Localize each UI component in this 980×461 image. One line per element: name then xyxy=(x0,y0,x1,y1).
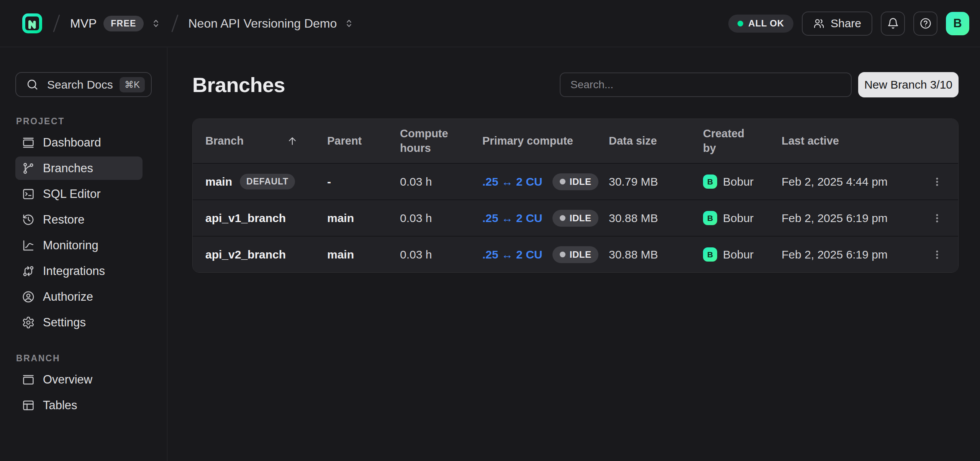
branch-name: api_v2_branch xyxy=(205,248,286,261)
branches-table: Branch Parent Compute hours Primary comp… xyxy=(192,119,959,273)
compute-state-badge: IDLE xyxy=(552,246,599,263)
compute-state-badge: IDLE xyxy=(552,173,599,190)
table-row[interactable]: api_v1_branch main 0.03 h .25 ↔ 2 CU IDL… xyxy=(193,199,958,236)
kebab-menu-icon xyxy=(931,176,943,188)
created-by-cell: B Bobur xyxy=(703,247,782,262)
sidebar-item-label: Overview xyxy=(43,373,92,387)
branch-name: api_v1_branch xyxy=(205,212,286,225)
sidebar-item-label: Monitoring xyxy=(43,239,98,252)
row-menu-button[interactable] xyxy=(929,210,946,227)
table-header-last-active: Last active xyxy=(782,134,929,148)
data-size-cell: 30.88 MB xyxy=(609,248,703,261)
idle-dot-icon xyxy=(560,179,565,184)
branch-cell: api_v2_branch xyxy=(205,248,327,261)
branch-name: main xyxy=(205,175,232,188)
user-avatar[interactable]: B xyxy=(946,12,969,35)
monitoring-icon xyxy=(22,239,35,252)
compute-state-badge: IDLE xyxy=(552,210,599,227)
status-dot-icon xyxy=(737,21,743,26)
sidebar-item-integrations[interactable]: Integrations xyxy=(15,259,143,283)
restore-icon xyxy=(22,213,35,226)
search-icon xyxy=(26,78,39,91)
compute-hours-cell: 0.03 h xyxy=(400,212,482,225)
branch-cell: main DEFAULT xyxy=(205,174,327,189)
docs-search-button[interactable]: Search Docs ⌘K xyxy=(15,72,152,97)
sidebar-item-label: Tables xyxy=(43,398,77,412)
notifications-button[interactable] xyxy=(881,12,905,36)
tables-icon xyxy=(22,399,35,412)
share-label: Share xyxy=(831,17,861,30)
status-label: ALL OK xyxy=(748,18,784,29)
breadcrumb-slash xyxy=(53,15,60,32)
sidebar: Search Docs ⌘K PROJECT Dashboard Branche… xyxy=(0,48,167,461)
sort-ascending-icon xyxy=(287,135,298,147)
help-button[interactable] xyxy=(913,12,937,36)
primary-compute-cell: .25 ↔ 2 CU IDLE xyxy=(482,173,609,190)
neon-logo[interactable] xyxy=(21,13,43,34)
compute-hours-cell: 0.03 h xyxy=(400,175,482,188)
share-button[interactable]: Share xyxy=(802,12,872,36)
default-badge: DEFAULT xyxy=(240,174,295,189)
compute-state-label: IDLE xyxy=(570,176,592,187)
created-by-cell: B Bobur xyxy=(703,175,782,189)
plan-badge: FREE xyxy=(103,16,143,31)
org-selector[interactable]: MVP FREE xyxy=(70,16,161,31)
kebab-menu-icon xyxy=(931,212,943,224)
table-row[interactable]: main DEFAULT - 0.03 h .25 ↔ 2 CU IDLE 30… xyxy=(193,163,958,199)
row-menu-button[interactable] xyxy=(929,173,946,190)
keyboard-shortcut-badge: ⌘K xyxy=(120,77,145,92)
authorize-icon xyxy=(22,290,35,303)
main-content: Branches New Branch 3/10 Branch Parent C… xyxy=(168,48,980,461)
dashboard-icon xyxy=(22,136,35,149)
sidebar-item-branches[interactable]: Branches xyxy=(15,156,143,180)
help-icon xyxy=(919,17,932,30)
compute-state-label: IDLE xyxy=(570,213,592,224)
creator-name: Bobur xyxy=(723,212,754,225)
top-bar-actions: ALL OK Share B xyxy=(728,12,969,36)
sidebar-item-dashboard[interactable]: Dashboard xyxy=(15,131,143,154)
last-active-cell: Feb 2, 2025 6:19 pm xyxy=(782,248,929,261)
table-row[interactable]: api_v2_branch main 0.03 h .25 ↔ 2 CU IDL… xyxy=(193,236,958,272)
row-menu-button[interactable] xyxy=(929,246,946,263)
kebab-menu-icon xyxy=(931,249,943,260)
sidebar-item-authorize[interactable]: Authorize xyxy=(15,285,143,308)
users-icon xyxy=(813,18,825,30)
sidebar-section-project: PROJECT xyxy=(16,116,152,126)
primary-compute-cell: .25 ↔ 2 CU IDLE xyxy=(482,210,609,227)
idle-dot-icon xyxy=(560,215,565,221)
chevrons-up-down-icon xyxy=(151,18,161,29)
table-header-data-size: Data size xyxy=(609,134,703,148)
table-header-branch[interactable]: Branch xyxy=(205,134,327,148)
sidebar-item-tables[interactable]: Tables xyxy=(15,393,143,417)
project-selector[interactable]: Neon API Versioning Demo xyxy=(188,16,355,31)
status-badge[interactable]: ALL OK xyxy=(728,15,793,33)
sidebar-item-restore[interactable]: Restore xyxy=(15,208,143,231)
avatar-initial: B xyxy=(953,16,962,30)
sidebar-item-label: Settings xyxy=(43,316,86,329)
sidebar-item-label: Integrations xyxy=(43,264,105,278)
project-name: Neon API Versioning Demo xyxy=(188,16,337,31)
sidebar-item-settings[interactable]: Settings xyxy=(15,311,143,334)
new-branch-button[interactable]: New Branch 3/10 xyxy=(858,72,959,97)
sql-editor-icon xyxy=(22,188,35,201)
column-label: Branch xyxy=(205,134,244,148)
integrations-icon xyxy=(22,265,35,278)
primary-compute-cell: .25 ↔ 2 CU IDLE xyxy=(482,246,609,263)
overview-icon xyxy=(22,373,35,386)
last-active-cell: Feb 2, 2025 6:19 pm xyxy=(782,212,929,225)
parent-cell: main xyxy=(327,248,400,261)
creator-avatar: B xyxy=(703,175,717,189)
sidebar-item-overview[interactable]: Overview xyxy=(15,368,143,391)
compute-range: .25 ↔ 2 CU xyxy=(482,248,542,261)
parent-cell: main xyxy=(327,212,400,225)
sidebar-item-monitoring[interactable]: Monitoring xyxy=(15,234,143,257)
settings-icon xyxy=(22,316,35,329)
docs-search-label: Search Docs xyxy=(47,78,113,91)
branches-icon xyxy=(22,162,35,175)
bell-icon xyxy=(887,17,899,30)
sidebar-item-sql-editor[interactable]: SQL Editor xyxy=(15,182,143,206)
branches-search-input[interactable] xyxy=(560,72,852,97)
table-header-primary-compute: Primary compute xyxy=(482,134,609,148)
creator-name: Bobur xyxy=(723,248,754,261)
page-title: Branches xyxy=(192,73,285,97)
